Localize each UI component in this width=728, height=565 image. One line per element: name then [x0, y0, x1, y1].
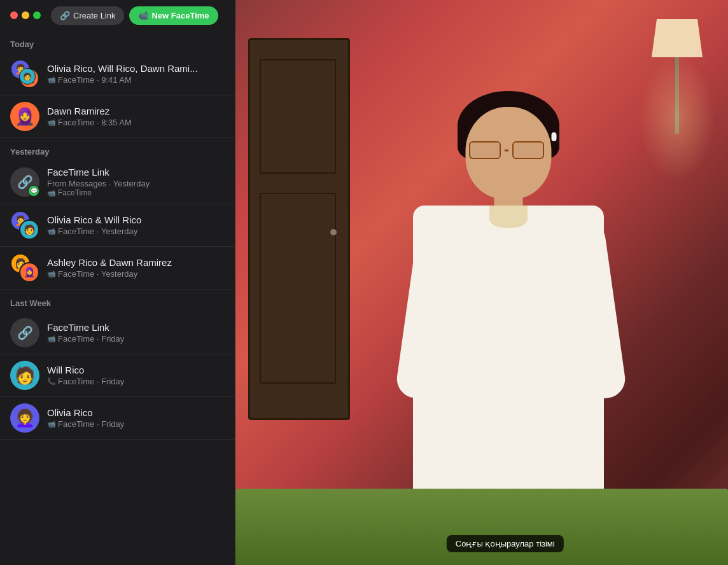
create-link-label: Create Link [73, 11, 115, 20]
call-detail: 📹 FaceTime · Yesterday [47, 269, 225, 279]
call-item-olivia-will-dawn[interactable]: 🧑‍🦱 🧕 🧑 Olivia Rico, Will Rico, Dawn Ram… [0, 53, 235, 95]
avatar-will: 🧑 [19, 68, 36, 85]
avatar-multi-2: 🧑‍🦱 🧑 [10, 211, 39, 240]
video-icon-sm: 📹 [47, 189, 56, 197]
call-item-ashley-dawn[interactable]: 👩 🧕 Ashley Rico & Dawn Ramirez 📹 FaceTim… [0, 247, 235, 289]
lamp [652, 19, 703, 134]
lamp-glow [639, 54, 715, 181]
traffic-lights [10, 11, 41, 19]
call-name: Dawn Ramirez [47, 106, 225, 116]
video-icon: 📹 [47, 76, 56, 84]
glasses-right [512, 141, 544, 159]
call-name: Olivia Rico & Will Rico [47, 214, 225, 225]
video-icon: 📹 [47, 335, 56, 343]
glasses [469, 140, 549, 160]
tooltip-text: Соңғы қоңыраулар тізімі [456, 539, 555, 548]
video-icon: 📹 [47, 118, 56, 127]
link-avatar-friday: 🔗 [10, 318, 39, 347]
minimize-button[interactable] [22, 11, 29, 19]
call-name: Ashley Rico & Dawn Ramirez [47, 257, 225, 268]
call-detail: 📞 FaceTime · Friday [47, 377, 225, 386]
door-element [248, 38, 350, 420]
call-info: Dawn Ramirez 📹 FaceTime · 8:35 AM [47, 106, 225, 127]
person-collar [489, 206, 528, 228]
avatar-dawn2: 🧕 [19, 262, 39, 282]
call-name: FaceTime Link [47, 167, 225, 178]
video-icon: 📹 [47, 420, 56, 428]
main-video-area: Соңғы қоңыраулар тізімі [235, 0, 728, 565]
sofa [235, 489, 728, 565]
call-info: Will Rico 📞 FaceTime · Friday [47, 365, 225, 386]
call-item-will-rico[interactable]: 🧑 Will Rico 📞 FaceTime · Friday [0, 354, 235, 397]
video-background: Соңғы қоңыраулар тізімі [235, 0, 728, 565]
new-facetime-label: New FaceTime [151, 11, 209, 20]
video-icon: 📹 [47, 270, 56, 278]
close-button[interactable] [10, 11, 18, 19]
call-info: Olivia Rico, Will Rico, Dawn Rami... 📹 F… [47, 63, 225, 85]
sidebar: Today 🧑‍🦱 🧕 🧑 Olivia Rico, Will Rico, Da… [0, 31, 235, 565]
avatar-will2: 🧑 [19, 220, 39, 240]
call-item-olivia-will[interactable]: 🧑‍🦱 🧑 Olivia Rico & Will Rico 📹 FaceTime… [0, 204, 235, 247]
avatar-olivia-rico: 👩‍🦱 [10, 403, 39, 433]
sidebar-divider [235, 0, 235, 565]
earbud-right [552, 132, 557, 141]
new-facetime-button[interactable]: 📹 New FaceTime [129, 6, 218, 25]
call-detail: 📹 FaceTime · 9:41 AM [47, 75, 225, 85]
avatar-dawn-ramirez: 🧕 [10, 102, 39, 131]
call-info: FaceTime Link 📹 FaceTime · Friday [47, 322, 225, 344]
call-detail: 📹 FaceTime · 8:35 AM [47, 118, 225, 127]
door-panel-bottom [260, 193, 336, 384]
door-knob [330, 229, 337, 235]
call-info: Olivia Rico & Will Rico 📹 FaceTime · Yes… [47, 214, 225, 236]
call-item-olivia-rico[interactable]: 👩‍🦱 Olivia Rico 📹 FaceTime · Friday [0, 397, 235, 440]
call-detail: 📹 FaceTime · Friday [47, 334, 225, 344]
call-name: Olivia Rico, Will Rico, Dawn Rami... [47, 63, 225, 74]
phone-icon: 📞 [47, 377, 56, 386]
video-camera-icon: 📹 [138, 11, 148, 20]
call-info: Ashley Rico & Dawn Ramirez 📹 FaceTime · … [47, 257, 225, 279]
avatar-multi-ashley-dawn: 👩 🧕 [10, 253, 39, 282]
call-name: FaceTime Link [47, 322, 225, 333]
avatar-multi-group: 🧑‍🦱 🧕 🧑 [10, 59, 39, 88]
avatar-will-rico: 🧑 [10, 361, 39, 390]
call-detail-sub: 📹 FaceTime [47, 188, 225, 197]
section-lastweek: Last Week [0, 289, 235, 312]
call-item-dawn-ramirez[interactable]: 🧕 Dawn Ramirez 📹 FaceTime · 8:35 AM [0, 95, 235, 138]
section-yesterday: Yesterday [0, 138, 235, 160]
call-item-facetime-link-yesterday[interactable]: 🔗 💬 FaceTime Link From Messages · Yester… [0, 160, 235, 204]
glasses-left [469, 141, 501, 159]
video-icon: 📹 [47, 227, 56, 235]
glasses-bridge [505, 150, 508, 151]
door-panel-top [260, 59, 336, 174]
call-detail: 📹 FaceTime · Friday [47, 419, 225, 429]
message-badge: 💬 [28, 185, 39, 197]
link-avatar-wrap: 🔗 💬 [10, 167, 39, 197]
call-info: Olivia Rico 📹 FaceTime · Friday [47, 407, 225, 429]
call-name: Olivia Rico [47, 407, 225, 418]
call-item-facetime-link-friday[interactable]: 🔗 FaceTime Link 📹 FaceTime · Friday [0, 312, 235, 354]
link-icon: 🔗 [60, 11, 70, 20]
call-name: Will Rico [47, 365, 225, 375]
person-head [466, 107, 552, 199]
fullscreen-button[interactable] [33, 11, 41, 19]
call-detail-from-messages: From Messages · Yesterday [47, 179, 225, 188]
call-detail: 📹 FaceTime · Yesterday [47, 227, 225, 236]
section-today: Today [0, 31, 235, 53]
title-bar: 🔗 Create Link 📹 New FaceTime [0, 0, 235, 31]
create-link-button[interactable]: 🔗 Create Link [51, 6, 124, 25]
call-info: FaceTime Link From Messages · Yesterday … [47, 167, 225, 197]
lamp-shade [652, 19, 703, 57]
tooltip: Соңғы қоңыраулар тізімі [447, 535, 564, 552]
